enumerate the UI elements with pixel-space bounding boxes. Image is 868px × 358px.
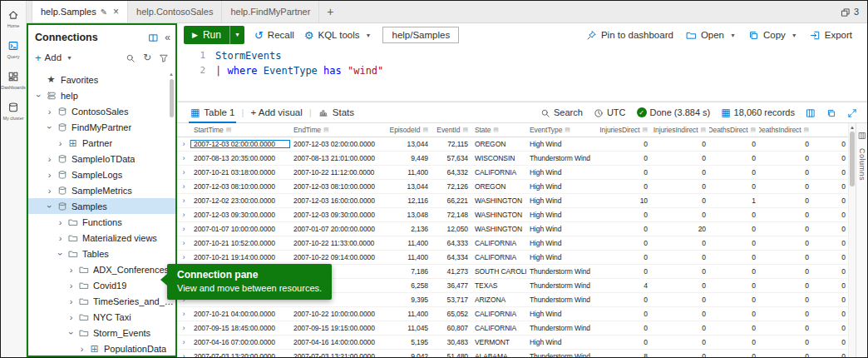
grid-cell[interactable]: 0 (651, 296, 709, 304)
grid-cell[interactable]: TEXAS (471, 281, 526, 290)
grid-cell[interactable]: 9,449 (390, 154, 432, 162)
grid-cell[interactable]: 64,334 (432, 253, 471, 261)
grid-cell[interactable]: 0 (709, 182, 759, 191)
view-settings-button[interactable] (806, 107, 816, 117)
scrollbar-thumb[interactable] (170, 79, 174, 117)
filter-icon[interactable] (159, 50, 169, 65)
grid-cell[interactable]: 0 (598, 338, 651, 346)
grid-cell[interactable]: 66,221 (432, 196, 471, 205)
tree-item-findmypartner[interactable]: ›FindMyPartner (28, 119, 175, 135)
grid-cell[interactable]: 0 (812, 154, 849, 162)
grid-cell[interactable]: 0 (759, 324, 812, 332)
expand-node-icon[interactable]: › (44, 154, 55, 164)
grid-cell[interactable]: 36,477 (432, 281, 471, 290)
grid-cell[interactable]: 0 (759, 296, 812, 304)
columns-panel-icon[interactable] (858, 127, 866, 142)
grid-cell[interactable]: 0 (651, 352, 709, 357)
rail-item-dashboards[interactable]: Dashboards (1, 68, 26, 90)
tree-item-storm-events[interactable]: ›Storm_Events (28, 325, 175, 341)
column-header-deathsdirect[interactable]: DeathsDirect▤ (709, 126, 759, 134)
expand-row-icon[interactable]: › (177, 324, 190, 332)
grid-cell[interactable]: 0 (651, 324, 709, 332)
grid-cell[interactable]: 0 (759, 182, 812, 191)
run-button[interactable]: ▶ Run ▼ (184, 26, 244, 44)
tree-item-materialized-views[interactable]: ›Materialized views (28, 230, 175, 246)
grid-cell[interactable]: 11,400 (390, 253, 432, 261)
grid-cell[interactable]: 0 (651, 196, 709, 205)
results-tab-add-visual[interactable]: + Add visual (244, 102, 308, 122)
expand-node-icon[interactable]: › (66, 296, 76, 306)
grid-cell[interactable]: 0 (812, 253, 849, 261)
grid-cell[interactable]: 2007-10-21 19:14:00.0000 (190, 253, 290, 261)
grid-cell[interactable]: 0 (598, 140, 651, 148)
grid-cell[interactable]: Thunderstorm Wind (526, 267, 598, 276)
grid-cell[interactable]: 0 (651, 338, 709, 346)
tab-help-findmypartner[interactable]: help.FindMyPartner (222, 1, 319, 22)
grid-cell[interactable]: ALABAMA (471, 352, 526, 357)
grid-cell[interactable]: 7,186 (390, 267, 432, 276)
rail-item-home[interactable]: Home (1, 7, 26, 28)
grid-cell[interactable]: 0 (812, 239, 849, 247)
grid-cell[interactable]: 0 (759, 267, 812, 276)
expand-row-icon[interactable]: › (177, 182, 190, 191)
tree-item-partner[interactable]: ›⊞Partner (28, 135, 175, 151)
grid-cell[interactable]: 2007-09-15 18:45:00.0000 (190, 324, 290, 332)
column-header-starttime[interactable]: StartTime▤ (190, 126, 290, 134)
results-tab-stats[interactable]: Stats (312, 102, 361, 122)
collapse-node-icon[interactable]: › (34, 90, 44, 101)
grid-cell[interactable]: CALIFORNIA (471, 168, 526, 177)
grid-cell[interactable]: 12,050 (432, 225, 471, 233)
table-row[interactable]: ›2007-12-03 08:10:00.00002007-12-03 08:1… (177, 180, 849, 194)
query-editor[interactable]: 1StormEvents2| where EventType has "wind… (177, 47, 867, 102)
expand-row-icon[interactable]: › (177, 338, 190, 346)
column-menu-icon[interactable]: ▤ (462, 127, 468, 133)
results-tab-table-1[interactable]: ▦Table 1 (184, 102, 241, 122)
grid-cell[interactable]: 0 (709, 296, 759, 304)
grid-cell[interactable]: 2007-12-03 09:30:00.0000 (290, 211, 390, 219)
expand-row-icon[interactable]: › (177, 352, 190, 357)
view-switcher-icon[interactable] (148, 30, 159, 45)
tree-item-nyc-taxi[interactable]: ›NYC Taxi (28, 309, 175, 325)
grid-cell[interactable]: 2007-12-03 02:00:00.0000 (290, 140, 390, 148)
grid-cell[interactable]: 0 (812, 310, 849, 318)
search-results-button[interactable]: Search (540, 107, 583, 117)
grid-cell[interactable]: 0 (812, 196, 849, 205)
grid-cell[interactable]: VERMONT (471, 338, 526, 346)
grid-cell[interactable]: 0 (651, 253, 709, 261)
expand-row-icon[interactable]: › (177, 154, 190, 162)
new-tab-button[interactable]: + (319, 1, 341, 22)
tree-item-covid19[interactable]: ›Covid19 (28, 277, 175, 293)
collapse-pane-icon[interactable]: « (165, 32, 170, 42)
grid-cell[interactable]: 2007-10-21 03:18:00.0000 (190, 168, 290, 177)
grid-cell[interactable]: 72,148 (432, 211, 471, 219)
expand-node-icon[interactable]: › (44, 186, 55, 196)
grid-cell[interactable]: 6,258 (390, 281, 432, 290)
grid-cell[interactable]: 0 (598, 267, 651, 276)
grid-cell[interactable]: 2007-08-13 20:35:00.0000 (190, 154, 290, 162)
table-row[interactable]: ›2007-12-03 09:30:00.00002007-12-03 09:3… (177, 208, 849, 222)
grid-cell[interactable]: 0 (812, 324, 849, 332)
grid-cell[interactable]: 0 (759, 352, 812, 357)
grid-cell[interactable]: Thunderstorm Wind (526, 154, 598, 162)
scrollbar-thumb[interactable] (850, 132, 855, 186)
grid-cell[interactable]: 0 (812, 182, 849, 191)
grid-cell[interactable]: 0 (598, 253, 651, 261)
grid-cell[interactable]: CALIFORNIA (471, 310, 526, 318)
grid-cell[interactable]: 0 (759, 168, 812, 177)
column-header-injuriesindirect[interactable]: InjuriesIndirect▤ (651, 126, 709, 134)
columns-side-rail[interactable]: Columns (856, 123, 867, 357)
tree-item-samplelogs[interactable]: ›SampleLogs (28, 167, 175, 182)
table-row[interactable]: ›2007-08-13 20:35:00.00002007-08-13 21:0… (177, 152, 849, 166)
tree-item-sampleiotdata[interactable]: ›SampleIoTData (28, 151, 175, 167)
tree-item-tables[interactable]: ›Tables (28, 246, 175, 261)
grid-cell[interactable]: Thunderstorm Wind (526, 296, 598, 304)
column-menu-icon[interactable]: ▤ (493, 127, 499, 133)
close-tab-icon[interactable]: × (113, 6, 119, 17)
tree-item-samplemetrics[interactable]: ›SampleMetrics (28, 182, 175, 198)
grid-cell[interactable]: 64,332 (432, 168, 471, 177)
grid-cell[interactable]: Thunderstorm Wind (526, 324, 598, 332)
expand-node-icon[interactable]: › (44, 170, 55, 180)
grid-cell[interactable]: 0 (651, 267, 709, 276)
grid-cell[interactable]: 2007-09-15 19:15:00.0000 (290, 324, 390, 332)
scroll-up-icon[interactable]: ▲ (168, 72, 175, 77)
